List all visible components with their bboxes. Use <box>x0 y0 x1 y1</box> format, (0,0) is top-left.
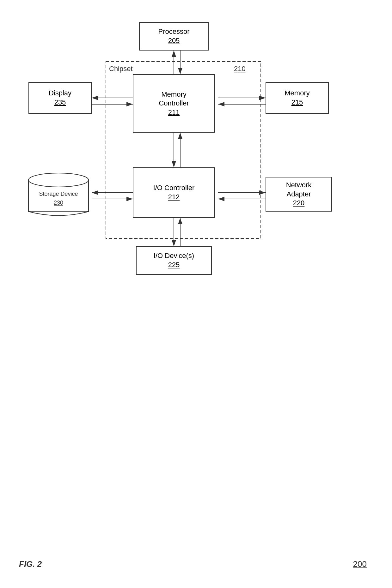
svg-text:230: 230 <box>54 200 63 206</box>
memory-label: Memory <box>285 89 309 98</box>
processor-label: Processor <box>158 27 189 36</box>
diagram: Chipset 210 Processor 205 MemoryControll… <box>19 13 373 534</box>
io-controller-box: I/O Controller 212 <box>133 167 215 218</box>
memory-box: Memory 215 <box>266 82 329 114</box>
io-devices-ref: 225 <box>168 261 180 270</box>
svg-text:Chipset: Chipset <box>109 65 133 73</box>
display-box: Display 235 <box>28 82 92 114</box>
figure-ref: 200 <box>353 559 367 569</box>
network-adapter-label: NetworkAdapter <box>286 181 312 199</box>
memory-controller-ref: 211 <box>168 108 180 117</box>
processor-ref: 205 <box>168 36 180 45</box>
display-ref: 235 <box>54 98 66 107</box>
io-controller-label: I/O Controller <box>153 183 195 193</box>
io-devices-box: I/O Device(s) 225 <box>136 246 212 275</box>
processor-box: Processor 205 <box>139 22 209 51</box>
svg-point-20 <box>28 173 89 187</box>
display-label: Display <box>49 89 71 98</box>
memory-controller-box: MemoryController 211 <box>133 74 215 133</box>
storage-device-box: Storage Device 230 <box>25 171 92 221</box>
network-adapter-ref: 220 <box>293 199 305 208</box>
memory-ref: 215 <box>291 98 303 107</box>
memory-controller-label: MemoryController <box>159 90 189 108</box>
svg-text:210: 210 <box>234 65 246 73</box>
network-adapter-box: NetworkAdapter 220 <box>266 177 332 212</box>
io-devices-label: I/O Device(s) <box>154 251 194 261</box>
svg-text:Storage Device: Storage Device <box>39 191 78 197</box>
io-controller-ref: 212 <box>168 193 180 202</box>
figure-label: FIG. 2 <box>19 559 42 569</box>
